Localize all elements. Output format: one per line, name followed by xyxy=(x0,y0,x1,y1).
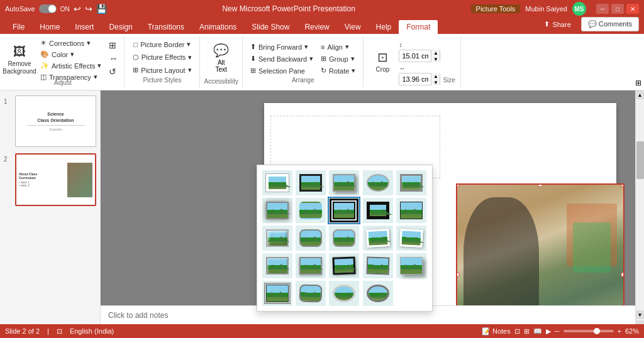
style-item-20[interactable] xyxy=(396,253,426,278)
scroll-up-btn[interactable]: ▲ xyxy=(636,90,645,99)
picture-layout-button[interactable]: ⊞ Picture Layout▾ xyxy=(130,65,194,75)
tab-view[interactable]: View xyxy=(337,20,369,34)
tab-home[interactable]: Home xyxy=(32,20,67,34)
view-slide-sorter-icon[interactable]: ⊞ xyxy=(524,327,530,335)
style-item-7[interactable] xyxy=(296,198,326,223)
user-avatar[interactable]: MS xyxy=(572,2,586,16)
share-button[interactable]: ⬆ Share xyxy=(538,18,577,31)
style-item-21[interactable] xyxy=(262,281,292,306)
minimize-button[interactable]: ─ xyxy=(596,4,609,14)
selection-pane-button[interactable]: ⊞ Selection Pane xyxy=(248,65,316,76)
style-item-3[interactable] xyxy=(329,170,359,195)
tab-transitions[interactable]: Transitions xyxy=(140,20,192,34)
style-item-22[interactable] xyxy=(296,281,326,306)
resize-handle-tr[interactable] xyxy=(621,183,625,187)
tab-insert[interactable]: Insert xyxy=(67,20,101,34)
corrections-button[interactable]: ☀ Corrections▾ xyxy=(38,38,104,48)
tab-help[interactable]: Help xyxy=(369,20,399,34)
bring-forward-button[interactable]: ⬆ Bring Forward▾ xyxy=(248,41,316,52)
scroll-down-btn[interactable]: ▼ xyxy=(636,310,645,319)
v-scrollbar[interactable]: ▲ ▼ ─ ─ xyxy=(635,90,644,338)
picture-effects-button[interactable]: ⬡ Picture Effects▾ xyxy=(130,52,195,63)
height-down-arrow[interactable]: ▼ xyxy=(431,56,440,62)
group-button[interactable]: ⊞ Group▾ xyxy=(318,53,358,64)
svg-marker-15 xyxy=(267,264,290,270)
style-item-2[interactable] xyxy=(296,170,326,195)
redo-icon[interactable]: ↪ xyxy=(85,4,92,14)
view-normal-icon[interactable]: ⊡ xyxy=(514,327,520,335)
style-item-4[interactable] xyxy=(363,170,393,195)
style-item-13[interactable] xyxy=(329,226,359,251)
expand-icon[interactable]: ⊞ xyxy=(635,79,641,87)
style-item-10[interactable] xyxy=(396,198,426,223)
rotate-button[interactable]: ↻ Rotate▾ xyxy=(318,65,358,76)
style-item-1[interactable] xyxy=(262,170,292,195)
group-icon: ⊞ xyxy=(321,55,326,63)
undo-icon[interactable]: ↩ xyxy=(74,4,81,14)
reset-picture-button[interactable]: ↺ xyxy=(106,65,120,78)
remove-background-button[interactable]: 🖼 RemoveBackground xyxy=(4,38,35,82)
tab-file[interactable]: File xyxy=(5,20,32,34)
compress-button[interactable]: ⊞ xyxy=(106,39,120,52)
style-item-11[interactable] xyxy=(262,226,292,251)
style-item-17[interactable] xyxy=(296,253,326,278)
svg-marker-0 xyxy=(269,182,291,187)
width-input[interactable]: ▲ ▼ xyxy=(399,73,440,85)
width-field[interactable] xyxy=(399,75,431,84)
tab-slideshow[interactable]: Slide Show xyxy=(244,20,297,34)
change-picture-button[interactable]: ↔ xyxy=(106,52,120,65)
height-field[interactable] xyxy=(399,52,431,60)
picture-border-button[interactable]: □ Picture Border▾ xyxy=(131,39,194,50)
style-item-23[interactable] xyxy=(329,281,359,306)
send-backward-button[interactable]: ⬇ Send Backward▾ xyxy=(248,53,316,64)
view-reading-icon[interactable]: 📖 xyxy=(533,327,542,335)
zoom-out-icon[interactable]: ─ xyxy=(555,327,560,335)
style-item-19[interactable] xyxy=(363,253,393,278)
width-down-arrow[interactable]: ▼ xyxy=(431,79,440,85)
style-item-18[interactable] xyxy=(329,253,359,278)
slide-info: Slide 2 of 2 xyxy=(5,327,40,335)
width-up-arrow[interactable]: ▲ xyxy=(431,73,440,79)
status-bar: Slide 2 of 2 | ⊡ English (India) 📝 Notes… xyxy=(0,324,644,338)
height-input[interactable]: ▲ ▼ xyxy=(399,50,440,62)
zoom-slider[interactable] xyxy=(564,330,614,332)
tab-design[interactable]: Design xyxy=(101,20,140,34)
zoom-level[interactable]: 62% xyxy=(625,327,639,335)
height-up-arrow[interactable]: ▲ xyxy=(431,50,440,56)
svg-marker-1 xyxy=(301,182,324,187)
tab-review[interactable]: Review xyxy=(297,20,336,34)
notes-btn[interactable]: 📝 Notes xyxy=(482,327,511,335)
resize-handle-mr[interactable] xyxy=(621,272,625,277)
zoom-thumb[interactable] xyxy=(594,328,600,334)
autosave-toggle[interactable] xyxy=(39,4,57,13)
color-button[interactable]: 🎨 Color▾ xyxy=(38,49,104,60)
ribbon: 🖼 RemoveBackground ☀ Corrections▾ 🎨 Colo… xyxy=(0,34,644,90)
svg-marker-10 xyxy=(267,236,290,242)
save-icon[interactable]: 💾 xyxy=(96,4,107,14)
slide-thumb-2[interactable]: About ClassCurriculum • Item 1• Item 2 xyxy=(15,153,96,206)
style-item-14[interactable] xyxy=(363,226,393,251)
slide-thumb-1[interactable]: ScienceClass Orientation Subtitle xyxy=(15,95,96,147)
view-slideshow-icon[interactable]: ▶ xyxy=(546,327,551,335)
artistic-icon: ✨ xyxy=(40,62,49,70)
artistic-effects-button[interactable]: ✨ Artistic Effects▾ xyxy=(38,60,104,71)
style-item-5[interactable] xyxy=(396,170,426,195)
tab-animations[interactable]: Animations xyxy=(192,20,244,34)
style-item-9[interactable] xyxy=(363,198,393,223)
style-item-24[interactable] xyxy=(363,281,393,306)
zoom-in-icon[interactable]: + xyxy=(618,327,621,335)
style-item-15[interactable] xyxy=(396,226,426,251)
scroll-track[interactable] xyxy=(636,99,645,310)
selection-pane-icon: ⊞ xyxy=(250,67,256,75)
style-item-8[interactable] xyxy=(329,198,359,223)
style-item-6[interactable] xyxy=(262,198,292,223)
maximize-button[interactable]: □ xyxy=(611,4,624,14)
align-button[interactable]: ≡ Align▾ xyxy=(318,41,358,52)
tab-format[interactable]: Format xyxy=(399,20,438,34)
close-button[interactable]: ✕ xyxy=(626,4,639,14)
crop-button[interactable]: ⊡ Crop xyxy=(369,39,396,83)
style-item-16[interactable] xyxy=(262,253,292,278)
scroll-thumb[interactable] xyxy=(636,141,644,179)
comments-button[interactable]: 💬 Comments xyxy=(581,17,639,31)
style-item-12[interactable] xyxy=(296,226,326,251)
